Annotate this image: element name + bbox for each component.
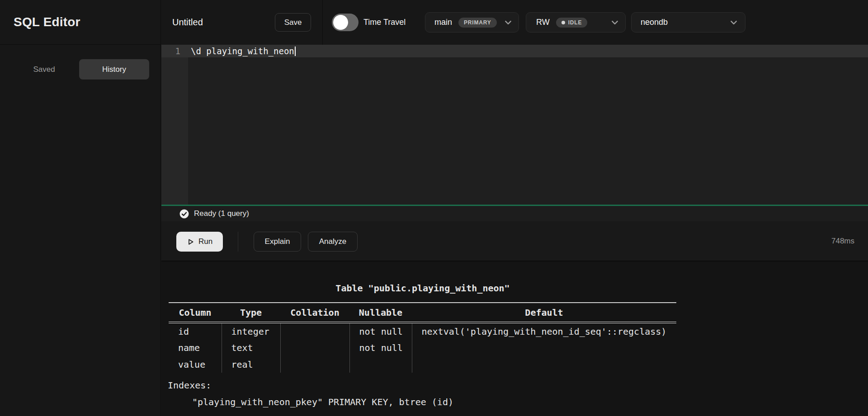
indexes-detail: "playing_with_neon_pkey" PRIMARY KEY, bt… <box>192 397 453 407</box>
chevron-down-icon <box>730 19 738 27</box>
analyze-button[interactable]: Analyze <box>308 232 358 252</box>
document-title[interactable]: Untitled <box>172 0 203 45</box>
results-column-header: Column <box>169 303 222 323</box>
play-icon <box>187 238 194 246</box>
indexes-heading: Indexes: <box>168 380 211 391</box>
result-row: valuereal <box>169 356 676 373</box>
header-divider <box>322 0 323 45</box>
result-row: nametextnot null <box>169 339 676 356</box>
sql-editor-area[interactable]: 1 \d playing_with_neon <box>161 45 868 205</box>
explain-button[interactable]: Explain <box>254 232 301 252</box>
text-cursor <box>295 47 296 56</box>
result-cell <box>412 339 676 356</box>
result-cell: text <box>222 339 280 356</box>
status-bar: Ready (1 query) <box>161 205 868 221</box>
result-cell: integer <box>222 323 280 339</box>
result-row: idintegernot nullnextval('playing_with_n… <box>169 323 676 339</box>
result-cell <box>412 356 676 373</box>
compute-select[interactable]: RW IDLE <box>526 12 626 33</box>
results-column-header: Nullable <box>349 303 412 323</box>
query-results: Table "public.playing_with_neon" ColumnT… <box>161 261 868 416</box>
code-line[interactable]: \d playing_with_neon <box>191 45 296 57</box>
tab-saved-label: Saved <box>33 65 55 74</box>
code-text: \d playing_with_neon <box>191 46 294 56</box>
run-button-label: Run <box>198 237 212 246</box>
results-column-header: Type <box>222 303 280 323</box>
line-number: 1 <box>161 45 180 57</box>
result-cell: value <box>169 356 222 373</box>
main-panel: Untitled Save Time Travel main PRIMARY R… <box>161 0 868 416</box>
run-button[interactable]: Run <box>176 232 223 252</box>
actions-divider <box>238 232 238 252</box>
results-table-body: idintegernot nullnextval('playing_with_n… <box>169 323 676 373</box>
time-travel-label: Time Travel <box>363 0 406 45</box>
toggle-knob-icon <box>333 15 348 30</box>
chevron-down-icon <box>504 19 512 27</box>
chevron-down-icon <box>611 19 619 27</box>
tab-history-label: History <box>102 65 126 74</box>
sidebar: SQL Editor Saved History <box>0 0 161 416</box>
actions-bar: Run Explain Analyze 748ms <box>161 221 868 261</box>
result-cell <box>349 356 412 373</box>
tab-history[interactable]: History <box>79 59 149 79</box>
editor-gutter <box>161 45 188 205</box>
database-select[interactable]: neondb <box>631 12 745 33</box>
compute-name: RW <box>536 18 550 27</box>
result-cell <box>280 356 349 373</box>
branch-select[interactable]: main PRIMARY <box>425 12 519 33</box>
compute-status-badge: IDLE <box>556 18 588 28</box>
results-table-head: ColumnTypeCollationNullableDefault <box>169 303 676 323</box>
result-cell: name <box>169 339 222 356</box>
result-cell <box>280 323 349 339</box>
results-header-row: ColumnTypeCollationNullableDefault <box>169 303 676 323</box>
result-cell <box>280 339 349 356</box>
check-circle-icon <box>179 209 189 219</box>
results-column-header: Default <box>412 303 676 323</box>
results-table: ColumnTypeCollationNullableDefault idint… <box>169 302 676 373</box>
compute-status-label: IDLE <box>568 19 582 26</box>
result-cell: nextval('playing_with_neon_id_seq'::regc… <box>412 323 676 339</box>
editor-header: Untitled Save Time Travel main PRIMARY R… <box>161 0 868 45</box>
database-name: neondb <box>641 18 668 27</box>
results-column-header: Collation <box>280 303 349 323</box>
result-cell: id <box>169 323 222 339</box>
results-table-title: Table "public.playing_with_neon" <box>169 283 677 294</box>
sidebar-header: SQL Editor <box>0 0 160 45</box>
result-cell: real <box>222 356 280 373</box>
time-travel-toggle[interactable] <box>332 14 359 31</box>
tab-saved[interactable]: Saved <box>9 59 79 79</box>
branch-name: main <box>434 18 452 27</box>
status-dot-icon <box>561 21 565 24</box>
page-title: SQL Editor <box>14 15 80 29</box>
result-cell: not null <box>349 323 412 339</box>
result-cell: not null <box>349 339 412 356</box>
save-button[interactable]: Save <box>275 13 311 32</box>
sidebar-tabs: Saved History <box>9 59 149 79</box>
status-message: Ready (1 query) <box>194 209 249 218</box>
branch-primary-badge: PRIMARY <box>458 18 497 28</box>
query-duration: 748ms <box>831 221 854 261</box>
